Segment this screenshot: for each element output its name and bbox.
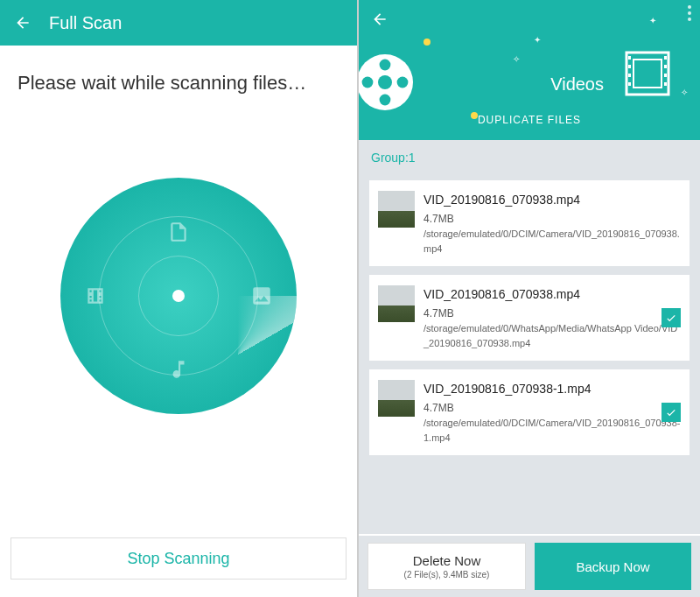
delete-now-button[interactable]: Delete Now (2 File(s), 9.4MB size) — [368, 543, 526, 590]
back-icon[interactable] — [371, 11, 388, 28]
image-icon — [250, 284, 273, 307]
file-size: 4.7MB — [424, 400, 681, 416]
delete-label: Delete Now — [413, 553, 481, 568]
category-subtitle: DUPLICATE FILES — [478, 114, 581, 126]
checkbox-checked[interactable] — [662, 308, 681, 327]
radar-sweep — [178, 296, 297, 414]
svg-point-2 — [380, 60, 391, 71]
svg-point-1 — [378, 75, 392, 89]
svg-rect-7 — [634, 60, 662, 88]
scan-screen: Full Scan Please wait while scanning fil… — [0, 0, 359, 597]
video-icon — [84, 284, 107, 307]
duplicates-screen: Videos DUPLICATE FILES ✦ ✧ ✧ ✦ Group:1 V… — [359, 0, 700, 597]
category-title: Videos — [550, 74, 604, 95]
backup-now-button[interactable]: Backup Now — [535, 543, 691, 590]
checkbox-checked[interactable] — [662, 403, 681, 422]
radar-center-dot — [172, 290, 185, 302]
svg-rect-14 — [664, 74, 667, 77]
file-size: 4.7MB — [424, 306, 681, 321]
file-name: VID_20190816_070938.mp4 — [424, 191, 681, 209]
video-thumbnail — [378, 285, 415, 322]
file-item[interactable]: VID_20190816_070938.mp4 4.7MB /storage/e… — [369, 275, 690, 361]
svg-rect-9 — [628, 65, 631, 68]
footer-actions: Delete Now (2 File(s), 9.4MB size) Backu… — [359, 536, 700, 597]
overflow-menu-icon[interactable] — [688, 5, 691, 21]
file-info: VID_20190816_070938-1.mp4 4.7MB /storage… — [424, 380, 681, 445]
file-path: /storage/emulated/0/WhatsApp/Media/Whats… — [424, 321, 681, 350]
svg-rect-8 — [628, 56, 631, 60]
svg-rect-10 — [628, 74, 631, 77]
file-name: VID_20190816_070938-1.mp4 — [424, 380, 681, 398]
document-icon — [167, 221, 190, 243]
file-item[interactable]: VID_20190816_070938.mp4 4.7MB /storage/e… — [369, 180, 690, 266]
group-label: Group:1 — [359, 140, 700, 173]
file-info: VID_20190816_070938.mp4 4.7MB /storage/e… — [424, 191, 681, 256]
music-icon — [167, 358, 190, 381]
header: Videos DUPLICATE FILES ✦ ✧ ✧ ✦ — [359, 0, 700, 140]
radar-container — [0, 121, 357, 471]
video-thumbnail — [378, 380, 415, 417]
svg-point-5 — [397, 77, 409, 88]
film-strip-icon — [621, 47, 674, 100]
file-size: 4.7MB — [424, 211, 681, 227]
delete-sublabel: (2 File(s), 9.4MB size) — [404, 570, 490, 579]
file-list: VID_20190816_070938.mp4 4.7MB /storage/e… — [359, 173, 700, 534]
svg-rect-11 — [628, 82, 631, 86]
film-reel-icon — [359, 47, 420, 117]
header: Full Scan — [0, 0, 357, 46]
svg-point-3 — [380, 95, 391, 106]
svg-rect-12 — [664, 56, 667, 60]
file-item[interactable]: VID_20190816_070938-1.mp4 4.7MB /storage… — [369, 369, 690, 455]
file-info: VID_20190816_070938.mp4 4.7MB /storage/e… — [424, 285, 681, 350]
video-thumbnail — [378, 191, 415, 228]
svg-rect-13 — [664, 65, 667, 68]
scan-status-text: Please wait while scanning files… — [0, 46, 357, 121]
file-path: /storage/emulated/0/DCIM/Camera/VID_2019… — [424, 227, 681, 256]
svg-rect-15 — [664, 82, 667, 86]
back-icon[interactable] — [14, 14, 32, 32]
file-path: /storage/emulated/0/DCIM/Camera/VID_2019… — [424, 416, 681, 445]
svg-point-4 — [362, 77, 374, 88]
page-title: Full Scan — [49, 13, 122, 33]
radar — [60, 178, 297, 414]
file-name: VID_20190816_070938.mp4 — [424, 285, 681, 304]
stop-scanning-button[interactable]: Stop Scanning — [10, 537, 346, 579]
